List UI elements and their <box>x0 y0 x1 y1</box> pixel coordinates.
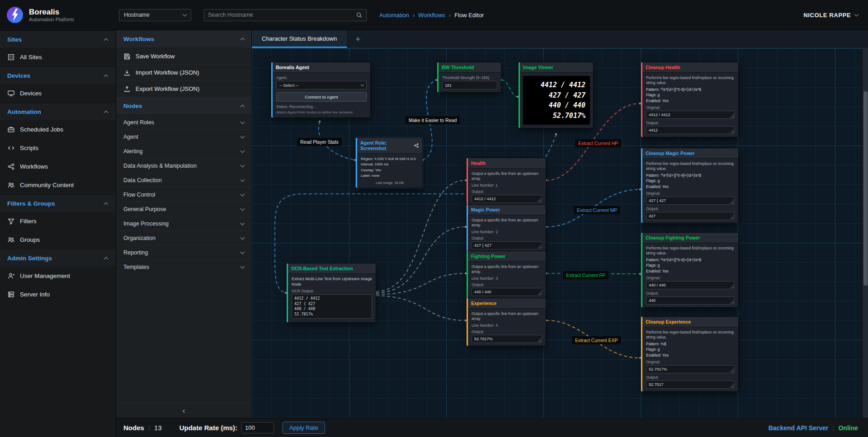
canvas-scrollbar[interactable] <box>862 48 868 418</box>
breadcrumb-workflows[interactable]: Workflows <box>418 12 445 19</box>
node-title: Borealis Agent <box>276 65 309 70</box>
edge-label-extract-exp[interactable]: Extract Current EXP <box>572 336 621 344</box>
output-label: Output: <box>472 236 542 240</box>
node-category-data-analysis[interactable]: Data Analysis & Manipulation <box>116 159 251 173</box>
agent-select[interactable]: -- Select -- <box>276 81 367 89</box>
sidebar-section-admin-settings[interactable]: Admin Settings <box>0 249 116 267</box>
node-cleanup-health[interactable]: Cleanup Health Performs live regex-based… <box>641 62 739 137</box>
node-experience[interactable]: Experience Output a specific line from a… <box>467 298 546 346</box>
update-rate-input[interactable] <box>242 423 274 433</box>
node-category-alerting[interactable]: Alerting <box>116 144 251 159</box>
people-icon <box>7 236 15 244</box>
node-cleanup-experience[interactable]: Cleanup Experience Performs live regex-b… <box>641 316 739 392</box>
node-category-agent[interactable]: Agent <box>116 130 251 144</box>
node-title: Health <box>471 160 486 166</box>
sidebar-section-sites[interactable]: Sites <box>0 30 116 48</box>
output-label: Output: <box>646 207 735 211</box>
sidebar-item-workflows[interactable]: Workflows <box>0 157 116 176</box>
original-field[interactable]: 4412 / 4412 <box>646 111 735 119</box>
node-bw-threshold[interactable]: BW Threshold Threshold Strength (0–255): <box>437 62 501 93</box>
node-category-organization[interactable]: Organization <box>116 231 251 245</box>
node-category-reporting[interactable]: Reporting <box>116 245 251 260</box>
panel-collapse-button[interactable]: ‹ <box>116 403 251 418</box>
node-description: Output a specific line from an upstream … <box>472 264 542 274</box>
output-field[interactable]: 4412 / 4412 <box>472 195 542 203</box>
tab-character-status-breakdown[interactable]: Character Status Breakdown <box>252 30 347 48</box>
edge-ocr-to-health <box>376 180 466 291</box>
output-field[interactable]: 440 / 440 <box>472 288 542 296</box>
node-fighting-power[interactable]: Fighting Power Output a specific line fr… <box>467 251 546 299</box>
node-category-templates[interactable]: Templates <box>116 260 251 274</box>
regex-enabled: Enabled: Yes <box>646 184 735 189</box>
output-field[interactable]: 52.7017% <box>472 335 542 343</box>
node-category-agent-roles[interactable]: Agent Roles <box>116 115 251 130</box>
node-category-flow-control[interactable]: Flow Control <box>116 188 251 202</box>
search-input[interactable] <box>208 12 356 18</box>
scrollbar-thumb[interactable] <box>863 91 868 286</box>
original-label: Original: <box>646 360 735 364</box>
node-health[interactable]: Health Output a specific line from an up… <box>467 158 546 206</box>
node-category-general-purpose[interactable]: General Purpose <box>116 202 251 216</box>
panel-header-workflows[interactable]: Workflows <box>116 30 251 48</box>
ocr-output-textarea[interactable]: 4412 / 4412 427 { 427 440 / 440 52.7017% <box>292 294 372 319</box>
chevron-left-icon: ‹ <box>183 406 185 415</box>
node-category-image-processing[interactable]: Image Processing <box>116 216 251 231</box>
edge-label-read-player-stats[interactable]: Read Player Stats <box>297 138 342 146</box>
node-magic-power[interactable]: Magic Power Output a specific line from … <box>467 204 546 253</box>
node-image-viewer[interactable]: Image Viewer 4412 / 4412 427 / 427 440 /… <box>519 62 594 128</box>
sidebar-section-devices[interactable]: Devices <box>0 66 116 84</box>
sidebar-item-community-content[interactable]: Community Content <box>0 176 116 194</box>
edge-label-extract-hp[interactable]: Extract Current HP <box>575 139 621 147</box>
sidebar-item-all-sites[interactable]: All Sites <box>0 48 116 66</box>
original-label: Original: <box>646 276 735 280</box>
export-workflow-button[interactable]: Export Workflow (JSON) <box>116 81 251 97</box>
output-field[interactable]: 52.7017 <box>646 381 735 389</box>
sidebar-item-groups[interactable]: Groups <box>0 230 116 249</box>
briefcase-icon <box>7 126 15 133</box>
breadcrumb-automation[interactable]: Automation <box>379 12 409 19</box>
edge-label-make-it-easier[interactable]: Make it Easier to Read <box>406 116 460 124</box>
output-field[interactable]: 440 <box>646 296 735 305</box>
original-field[interactable]: 52.7017% <box>646 365 735 373</box>
sidebar-item-server-info[interactable]: Server Info <box>0 285 116 304</box>
sidebar-item-devices[interactable]: Devices <box>0 84 116 103</box>
chevron-down-icon <box>241 235 245 240</box>
node-ocr-text-extraction[interactable]: OCR-Based Text Extraction Extract Multi-… <box>287 263 376 323</box>
apply-rate-button[interactable]: Apply Rate <box>283 422 325 434</box>
sidebar-item-scripts[interactable]: Scripts <box>0 139 116 157</box>
add-tab-button[interactable]: + <box>347 30 368 48</box>
connect-to-agent-button[interactable]: Connect to Agent <box>276 92 367 102</box>
panel-header-nodes[interactable]: Nodes <box>116 97 251 115</box>
sidebar-section-automation[interactable]: Automation <box>0 103 116 120</box>
sidebar-item-user-management[interactable]: User Management <box>0 267 116 285</box>
original-field[interactable]: 427 { 427 <box>646 197 735 205</box>
output-field[interactable]: 427 { 427 <box>472 241 542 249</box>
share-icon[interactable] <box>414 143 419 148</box>
hostname-dropdown[interactable]: Hostname <box>119 9 191 21</box>
chevron-down-icon <box>361 83 364 86</box>
node-category-data-collection[interactable]: Data Collection <box>116 173 251 188</box>
sidebar-section-filters-groups[interactable]: Filters & Groups <box>0 194 116 212</box>
original-field[interactable]: 440 / 440 <box>646 281 735 289</box>
panel-header-label: Workflows <box>123 36 154 42</box>
save-workflow-button[interactable]: Save Workflow <box>116 48 251 65</box>
sidebar-item-scheduled-jobs[interactable]: Scheduled Jobs <box>0 120 116 139</box>
viewer-line: 52.7017% <box>528 111 585 121</box>
import-workflow-button[interactable]: Import Workflow (JSON) <box>116 65 251 81</box>
sidebar-item-filters[interactable]: Filters <box>0 212 116 230</box>
chevron-down-icon <box>241 221 245 225</box>
app-window: Borealis Automation Platform Hostname Au… <box>0 0 868 437</box>
edge-label-extract-mp[interactable]: Extract Current MP <box>574 206 620 214</box>
output-field[interactable]: 4412 <box>646 126 735 134</box>
edge-label-extract-fp[interactable]: Extract Current FP <box>563 271 609 279</box>
node-cleanup-fighting-power[interactable]: Cleanup Fighting Power Performs live reg… <box>641 232 739 308</box>
user-menu[interactable]: NICOLE RAPPE <box>803 12 858 19</box>
output-field[interactable]: 427 <box>646 212 735 220</box>
node-cleanup-magic-power[interactable]: Cleanup Magic Power Performs live regex-… <box>641 148 739 223</box>
threshold-input[interactable] <box>443 81 497 89</box>
borealis-logo-icon <box>5 5 24 24</box>
node-agent-role-screenshot[interactable]: Agent Role: Screenshot Region: X:200 Y:4… <box>356 137 423 188</box>
flow-canvas[interactable]: Borealis Agent Agent: -- Select -- Conne… <box>252 48 868 418</box>
brand: Borealis Automation Platform <box>0 5 116 24</box>
node-borealis-agent[interactable]: Borealis Agent Agent: -- Select -- Conne… <box>271 62 371 118</box>
